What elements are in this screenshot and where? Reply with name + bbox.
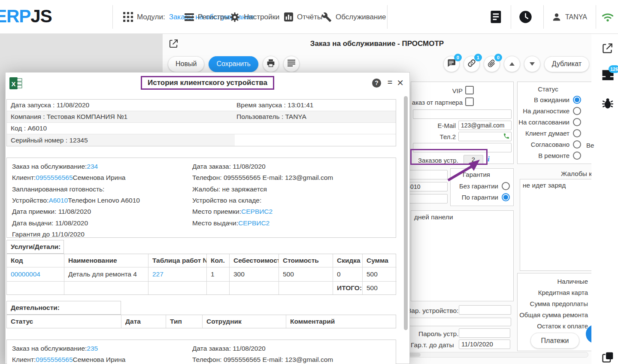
prev-button[interactable] <box>504 56 520 72</box>
warranty-option[interactable]: Без гарантии <box>459 182 510 190</box>
duplicate-button[interactable]: Дубликат <box>544 56 589 72</box>
device-code-link[interactable]: A6010 <box>48 197 68 204</box>
next-button[interactable] <box>524 56 540 72</box>
close-icon[interactable]: ✕ <box>397 78 404 88</box>
inbox-icon[interactable]: 126 <box>602 70 614 82</box>
phone-icon[interactable] <box>503 133 510 141</box>
status-option[interactable]: Согласовано <box>531 140 581 149</box>
empty-cell <box>64 281 148 294</box>
issue-location-link[interactable]: СЕРВИС2 <box>238 219 270 227</box>
layers-icon[interactable] <box>602 351 615 364</box>
device-note-area[interactable]: дней панели <box>411 210 514 301</box>
info-icon[interactable]: i <box>488 155 490 164</box>
status-option[interactable]: В ожидании <box>534 96 581 104</box>
services-total-row: ИТОГО: 500 <box>7 281 396 294</box>
status-radio-selected[interactable] <box>573 96 581 104</box>
status-option[interactable]: Клиент думает <box>525 129 581 137</box>
warranty-option[interactable]: По гарантии <box>462 193 510 201</box>
order-line: Устройство на складе: <box>192 195 333 206</box>
help-icon[interactable]: ? <box>372 79 381 88</box>
status-radio[interactable] <box>573 140 581 149</box>
total-value: 500 <box>363 281 397 294</box>
minimize-icon[interactable]: = <box>388 78 392 87</box>
attachments-button[interactable]: 0 <box>484 56 500 72</box>
status-radio[interactable] <box>573 107 581 115</box>
nav-maintenance[interactable]: Обслуживание <box>321 0 386 34</box>
complaints-textarea[interactable]: не идет заряд <box>520 179 591 271</box>
order-number-link[interactable]: 234 <box>87 163 98 170</box>
payment-row-label: Общая сумма ремонта <box>519 311 588 318</box>
app-logo: ERPJS <box>0 6 52 27</box>
extra-row-input[interactable] <box>400 318 511 326</box>
settings-gear-icon <box>230 12 240 22</box>
nav-reports[interactable]: Отчёты <box>284 0 322 34</box>
registers-icon <box>185 13 194 21</box>
part-total: 500 <box>363 267 397 281</box>
client-phone-link[interactable]: 0955556565 <box>36 174 73 182</box>
total-label: ИТОГО: <box>333 281 363 294</box>
work-table-link[interactable]: 227 <box>152 270 164 278</box>
warranty-radio[interactable] <box>502 182 510 190</box>
comments-button[interactable]: 0 <box>443 56 460 72</box>
vip-checkbox[interactable] <box>465 86 474 94</box>
client-phone-link[interactable]: 0955556565 <box>36 356 73 364</box>
line-text: Жалобы: не заряжается <box>192 185 267 193</box>
status-radio[interactable] <box>573 152 581 160</box>
col-header: Скидка <box>333 254 363 267</box>
services-section-label: Услуги/Детали: <box>6 240 64 254</box>
status-radio[interactable] <box>573 118 581 126</box>
save-button[interactable]: Сохранить <box>209 56 258 72</box>
intake-location-link[interactable]: СЕРВИС2 <box>241 208 273 215</box>
divider <box>511 5 511 29</box>
history-button[interactable] <box>519 0 532 34</box>
spare-device-input[interactable] <box>459 305 511 315</box>
status-option[interactable]: На диагностике <box>523 107 581 115</box>
print-button[interactable] <box>263 56 279 72</box>
order-234-block: Заказ на обслуживание: 234 Клиент: 09555… <box>6 158 396 238</box>
new-button[interactable]: Новый <box>168 56 204 72</box>
info-cell: Время запуска : 13:01:41 <box>235 100 396 111</box>
launch-info-table: Дата запуска : 11/08/2020 Время запуска … <box>6 99 396 146</box>
line-text: Дата заказа: 11/08/2020 <box>192 163 266 170</box>
order-number-link[interactable]: 235 <box>87 345 98 352</box>
nav-settings[interactable]: Настройки <box>230 0 279 34</box>
modal-title-wrap: История клиентского устройства <box>6 76 409 90</box>
attachments-badge: 0 <box>494 54 502 61</box>
caret-up-icon <box>509 62 515 66</box>
menu-button[interactable] <box>283 56 300 72</box>
modal-scrollbar-thumb[interactable] <box>404 96 408 330</box>
status-radio[interactable] <box>573 129 581 137</box>
notes-button[interactable] <box>491 0 502 34</box>
device-password-input[interactable] <box>459 328 510 338</box>
complaints-text: не идет заряд <box>523 182 566 189</box>
status-option[interactable]: В ремонте <box>538 152 581 160</box>
col-header: Статус <box>7 315 121 328</box>
status-title: Статус <box>518 85 579 93</box>
apps-grid-icon <box>123 12 133 22</box>
bug-icon[interactable] <box>602 97 614 111</box>
menu-icon <box>288 60 295 68</box>
payments-button[interactable]: Платежи <box>530 333 579 349</box>
warranty-until-input[interactable]: 11/10/2020 <box>459 340 510 349</box>
nav-reports-label: Отчёты <box>297 13 322 21</box>
line-text: Место приемки: <box>192 208 241 215</box>
partner-order-checkbox[interactable] <box>465 97 474 106</box>
link-icon <box>467 59 476 69</box>
device-note-text: дней панели <box>414 213 453 221</box>
order-line: Телефон: 0955556565 E-mail: 123@gmail.co… <box>192 172 333 183</box>
info-cell: Код : A6010 <box>7 123 235 134</box>
spare-device-label: Зар. устройство: <box>407 307 458 315</box>
part-code-link[interactable]: 00000004 <box>11 270 40 278</box>
links-button[interactable]: 1 <box>464 56 480 72</box>
payment-row-label: Сумма предоплаты <box>530 300 588 307</box>
user-menu[interactable]: TANYA <box>552 0 587 34</box>
contact-extra-input[interactable] <box>413 109 512 119</box>
warranty-radio-selected[interactable] <box>502 193 510 201</box>
nav-registers[interactable]: Регистры <box>185 0 230 34</box>
modal-header: X История клиентского устройства ? = ✕ <box>6 73 409 94</box>
line-text: Телефон: 0955556565 E-mail: 123@gmail.co… <box>192 356 333 364</box>
email-input[interactable]: 123@gmail.com <box>458 121 512 130</box>
open-external-icon[interactable] <box>602 42 613 56</box>
order-line: Клиент: 0955556565 Семенова Ирина <box>12 354 125 364</box>
status-option[interactable]: На согласовании <box>518 118 581 126</box>
